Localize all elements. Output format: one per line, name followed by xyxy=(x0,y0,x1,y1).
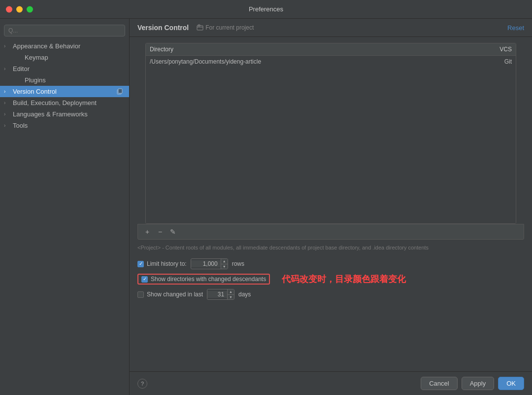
limit-history-input-wrapper: ▲ ▼ xyxy=(191,258,228,269)
sidebar-item-version-control[interactable]: › Version Control xyxy=(0,86,129,97)
sidebar-item-label: Plugins xyxy=(25,76,123,84)
sidebar-item-label: Tools xyxy=(13,122,123,129)
sidebar-item-label: Version Control xyxy=(13,88,113,95)
page-title: Version Control xyxy=(137,24,189,32)
spinner-up[interactable]: ▲ xyxy=(221,258,228,264)
sidebar-item-tools[interactable]: › Tools xyxy=(0,120,129,131)
table-row[interactable]: /Users/ponytang/Documents/yideng-article… xyxy=(146,56,516,68)
footer: ? Cancel Apply OK xyxy=(130,371,532,395)
spinner2-down[interactable]: ▼ xyxy=(228,295,234,300)
cancel-button[interactable]: Cancel xyxy=(421,377,457,390)
limit-history-suffix: rows xyxy=(232,260,244,267)
traffic-lights xyxy=(6,6,33,12)
ok-button[interactable]: OK xyxy=(498,377,524,390)
show-changed-checkbox-wrapper: Show directories with changed descendant… xyxy=(141,276,266,283)
footer-right: Cancel Apply OK xyxy=(421,377,524,390)
spinner-down[interactable]: ▼ xyxy=(221,264,228,270)
show-in-last-label: Show changed in last xyxy=(147,291,203,298)
show-in-last-checkbox[interactable] xyxy=(137,291,144,298)
hint-text: <Project> - Content roots of all modules… xyxy=(130,243,532,252)
annotation-text: 代码改变时，目录颜色跟着变化 xyxy=(282,273,406,285)
vcs-table-header: Directory VCS xyxy=(146,43,516,56)
directory-cell: /Users/ponytang/Documents/yideng-article xyxy=(150,58,472,65)
sidebar-item-build[interactable]: › Build, Execution, Deployment xyxy=(0,97,129,108)
limit-history-input[interactable] xyxy=(191,260,221,267)
close-button[interactable] xyxy=(6,6,12,12)
main-container: › Appearance & Behavior Keymap › Editor … xyxy=(0,19,532,395)
sidebar-item-keymap[interactable]: Keymap xyxy=(0,52,129,63)
limit-history-option: Limit history to: ▲ ▼ rows xyxy=(137,258,524,269)
sidebar-item-label: Languages & Frameworks xyxy=(13,110,123,118)
reset-button[interactable]: Reset xyxy=(507,24,524,32)
highlighted-option: Show directories with changed descendant… xyxy=(137,274,270,285)
sidebar-item-editor[interactable]: › Editor xyxy=(0,63,129,74)
remove-button[interactable]: − xyxy=(155,226,166,237)
col-directory-header: Directory xyxy=(150,46,472,53)
vcs-table: Directory VCS /Users/ponytang/Documents/… xyxy=(145,43,516,224)
content-subtitle: For current project xyxy=(197,24,254,31)
title-bar: Preferences xyxy=(0,0,532,19)
arrow-icon: › xyxy=(4,89,10,94)
sidebar-item-label: Appearance & Behavior xyxy=(13,42,123,50)
copy-icon xyxy=(116,88,123,95)
minimize-button[interactable] xyxy=(16,6,23,12)
show-changed-label: Show directories with changed descendant… xyxy=(151,276,266,283)
spinner: ▲ ▼ xyxy=(221,258,228,269)
col-vcs-header: VCS xyxy=(472,46,512,53)
spinner2: ▲ ▼ xyxy=(227,289,234,300)
arrow-icon: › xyxy=(4,123,10,128)
add-button[interactable]: + xyxy=(142,226,153,237)
show-changed-checkbox[interactable] xyxy=(141,276,148,283)
sidebar: › Appearance & Behavior Keymap › Editor … xyxy=(0,19,130,395)
sidebar-item-appearance[interactable]: › Appearance & Behavior xyxy=(0,40,129,52)
subtitle-text: For current project xyxy=(205,24,254,31)
arrow-icon: › xyxy=(4,100,10,106)
svg-rect-1 xyxy=(118,89,122,93)
content-header: Version Control For current project Rese… xyxy=(130,19,532,37)
spinner2-up[interactable]: ▲ xyxy=(228,289,234,294)
show-in-last-checkbox-wrapper: Show changed in last xyxy=(137,291,203,298)
sidebar-item-label: Build, Execution, Deployment xyxy=(13,99,123,107)
show-in-last-option: Show changed in last ▲ ▼ days xyxy=(137,289,524,300)
show-in-last-suffix: days xyxy=(238,291,251,298)
sidebar-item-languages[interactable]: › Languages & Frameworks xyxy=(0,108,129,120)
help-button[interactable]: ? xyxy=(137,379,147,389)
edit-button[interactable]: ✎ xyxy=(167,226,178,237)
vcs-cell: Git xyxy=(472,58,512,65)
footer-left: ? xyxy=(137,379,147,389)
arrow-icon: › xyxy=(4,43,10,49)
toolbar-row: + − ✎ xyxy=(137,224,524,240)
limit-history-checkbox-wrapper: Limit history to: xyxy=(137,260,187,267)
options-area: Limit history to: ▲ ▼ rows S xyxy=(130,254,532,304)
arrow-icon: › xyxy=(4,111,10,117)
sidebar-item-label: Keymap xyxy=(25,54,123,61)
apply-button[interactable]: Apply xyxy=(462,377,495,390)
content-area: Version Control For current project Rese… xyxy=(130,19,532,395)
search-input[interactable] xyxy=(4,25,125,36)
maximize-button[interactable] xyxy=(27,6,33,12)
limit-history-label: Limit history to: xyxy=(147,260,187,267)
limit-history-checkbox[interactable] xyxy=(137,261,144,267)
show-changed-option: Show directories with changed descendant… xyxy=(137,273,524,285)
vcs-table-body: /Users/ponytang/Documents/yideng-article… xyxy=(146,56,516,223)
sidebar-item-plugins[interactable]: Plugins xyxy=(0,74,129,86)
arrow-icon: › xyxy=(4,66,10,72)
sidebar-item-label: Editor xyxy=(13,65,123,72)
show-in-last-input-wrapper: ▲ ▼ xyxy=(207,289,234,300)
window-title: Preferences xyxy=(249,5,283,13)
show-in-last-input[interactable] xyxy=(207,291,227,298)
project-icon xyxy=(197,24,203,31)
